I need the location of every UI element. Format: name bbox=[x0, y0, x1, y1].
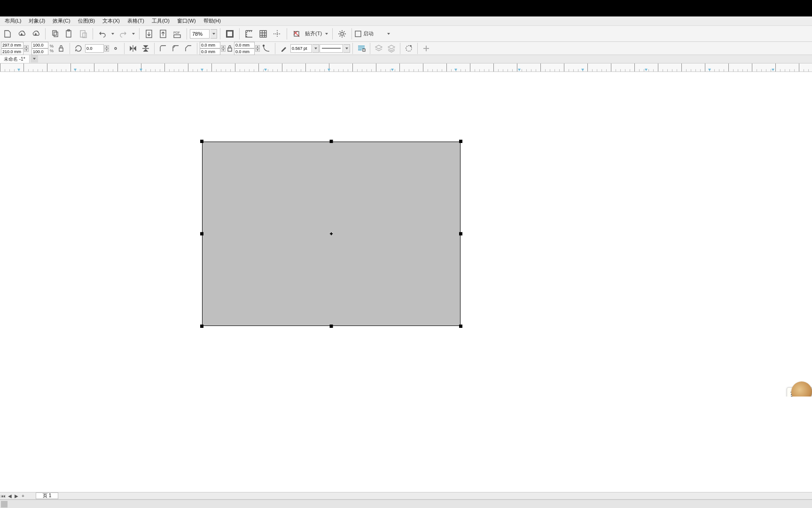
corner-lock-button[interactable] bbox=[226, 43, 234, 54]
menu-table[interactable]: 表格(T) bbox=[124, 16, 148, 25]
mirror-vertical-button[interactable] bbox=[140, 43, 152, 54]
svg-rect-9 bbox=[174, 35, 180, 38]
status-segment bbox=[1, 501, 8, 508]
separator bbox=[45, 28, 46, 40]
page-prev-button[interactable]: ◀ bbox=[7, 492, 13, 499]
zoom-field[interactable]: 78% bbox=[190, 29, 210, 39]
tab-menu-button[interactable] bbox=[31, 55, 38, 63]
object-width-field[interactable]: 297.0 mm bbox=[1, 42, 23, 48]
copy-button[interactable] bbox=[48, 27, 62, 40]
outline-width-dropdown[interactable] bbox=[312, 44, 319, 53]
resize-handle-bm[interactable] bbox=[330, 325, 333, 328]
options-button[interactable] bbox=[336, 27, 349, 40]
property-bar: 297.0 mm 210.0 mm 100.0 100.0 % % 0.0 0.… bbox=[0, 42, 812, 55]
corner-scallop-button[interactable] bbox=[170, 43, 182, 54]
menu-tools[interactable]: 工具(O) bbox=[148, 16, 173, 25]
menu-window[interactable]: 窗口(W) bbox=[173, 16, 200, 25]
menu-bitmap[interactable]: 位图(B) bbox=[74, 16, 99, 25]
page-first-button[interactable]: ⏮ bbox=[0, 492, 7, 499]
snap-label[interactable]: 贴齐(T) bbox=[304, 30, 323, 37]
open-cloud-button[interactable] bbox=[15, 27, 28, 40]
publish-pdf-button[interactable]: PDF bbox=[171, 27, 184, 40]
resize-handle-tl[interactable] bbox=[200, 140, 203, 143]
page-tab[interactable]: 页 1 bbox=[36, 492, 58, 499]
resize-handle-br[interactable] bbox=[459, 325, 462, 328]
size-spinner[interactable] bbox=[24, 45, 29, 52]
corner-tr-field[interactable]: 0.0 mm bbox=[234, 42, 255, 48]
corner-tl-field[interactable]: 0.0 mm bbox=[200, 42, 220, 48]
outline-width-field[interactable]: 0.567 pt bbox=[290, 44, 312, 53]
separator bbox=[275, 43, 275, 54]
separator bbox=[197, 43, 197, 54]
show-rulers-button[interactable] bbox=[242, 27, 256, 40]
save-cloud-button[interactable] bbox=[29, 27, 42, 40]
menu-help[interactable]: 帮助(H) bbox=[200, 16, 225, 25]
separator bbox=[70, 43, 70, 54]
canvas-workspace[interactable]: 英 ☽ • ■ bbox=[0, 72, 812, 397]
relative-corner-button[interactable] bbox=[260, 43, 273, 54]
corner-right-spinner[interactable] bbox=[255, 45, 260, 52]
lock-ratio-button[interactable] bbox=[55, 43, 67, 54]
line-style-dropdown[interactable] bbox=[344, 44, 350, 53]
scale-x-field[interactable]: 100.0 bbox=[31, 42, 48, 48]
convert-curves-button[interactable] bbox=[403, 43, 415, 54]
redo-dropdown[interactable] bbox=[131, 29, 136, 39]
add-button[interactable] bbox=[420, 43, 432, 54]
corner-chamfer-button[interactable] bbox=[182, 43, 195, 54]
redo-button[interactable] bbox=[117, 27, 130, 40]
corner-br-field[interactable]: 0.0 mm bbox=[234, 48, 255, 55]
chevron-down-icon bbox=[33, 58, 36, 60]
undo-dropdown[interactable] bbox=[110, 29, 116, 39]
resize-handle-ml[interactable] bbox=[200, 232, 203, 236]
wrap-text-button[interactable] bbox=[355, 43, 367, 54]
launch-label[interactable]: 启动 bbox=[362, 30, 375, 37]
resize-handle-tr[interactable] bbox=[459, 140, 462, 143]
menu-layout[interactable]: 布局(L) bbox=[1, 16, 25, 25]
export-button[interactable] bbox=[156, 27, 170, 40]
selected-rectangle[interactable] bbox=[202, 142, 461, 326]
new-button[interactable] bbox=[1, 27, 14, 40]
chevron-down-icon bbox=[325, 33, 328, 35]
rotation-spinner[interactable] bbox=[104, 45, 109, 52]
menu-bar: 布局(L) 对象(J) 效果(C) 位图(B) 文本(X) 表格(T) 工具(O… bbox=[0, 16, 812, 26]
resize-handle-mr[interactable] bbox=[459, 232, 462, 236]
percent-label: % bbox=[49, 48, 55, 53]
menu-text[interactable]: 文本(X) bbox=[99, 16, 124, 25]
resize-handle-bl[interactable] bbox=[200, 325, 203, 328]
scale-y-field[interactable]: 100.0 bbox=[31, 48, 48, 55]
object-height-field[interactable]: 210.0 mm bbox=[1, 48, 23, 55]
zoom-dropdown[interactable] bbox=[211, 29, 217, 39]
corner-bl-field[interactable]: 0.0 mm bbox=[200, 48, 220, 55]
resize-handle-tm[interactable] bbox=[330, 140, 333, 143]
assistant-avatar-icon[interactable] bbox=[791, 381, 812, 397]
undo-button[interactable] bbox=[96, 27, 109, 40]
corner-round-button[interactable] bbox=[157, 43, 169, 54]
separator bbox=[220, 28, 220, 40]
snap-off-button[interactable] bbox=[290, 27, 303, 40]
chevron-down-icon bbox=[212, 33, 215, 35]
launch-checkbox[interactable] bbox=[355, 27, 361, 40]
line-style-preview[interactable] bbox=[320, 44, 343, 53]
rotation-field[interactable]: 0.0 bbox=[85, 44, 104, 53]
paste-special-button[interactable] bbox=[77, 27, 90, 40]
svg-rect-0 bbox=[53, 31, 56, 35]
menu-object[interactable]: 对象(J) bbox=[25, 16, 49, 25]
show-guides-button[interactable] bbox=[271, 27, 284, 40]
rotate-reset-button[interactable] bbox=[72, 43, 85, 54]
menu-effects[interactable]: 效果(C) bbox=[49, 16, 74, 25]
show-grid-button[interactable] bbox=[257, 27, 270, 40]
import-button[interactable] bbox=[142, 27, 156, 40]
page-add-button[interactable]: + bbox=[20, 492, 26, 499]
snap-dropdown[interactable] bbox=[324, 29, 329, 39]
paste-button[interactable] bbox=[62, 27, 76, 40]
mirror-horizontal-button[interactable] bbox=[127, 43, 139, 54]
document-tab[interactable]: 未命名 -1* bbox=[0, 55, 30, 63]
page-next-button[interactable]: ▶ bbox=[13, 492, 20, 499]
fullscreen-button[interactable] bbox=[223, 27, 236, 40]
separator bbox=[400, 43, 400, 54]
ruler-horizontal[interactable] bbox=[0, 64, 812, 72]
to-front-button[interactable] bbox=[373, 43, 385, 54]
to-back-button[interactable] bbox=[385, 43, 398, 54]
corner-left-spinner[interactable] bbox=[221, 45, 226, 52]
launch-dropdown[interactable] bbox=[386, 29, 391, 39]
